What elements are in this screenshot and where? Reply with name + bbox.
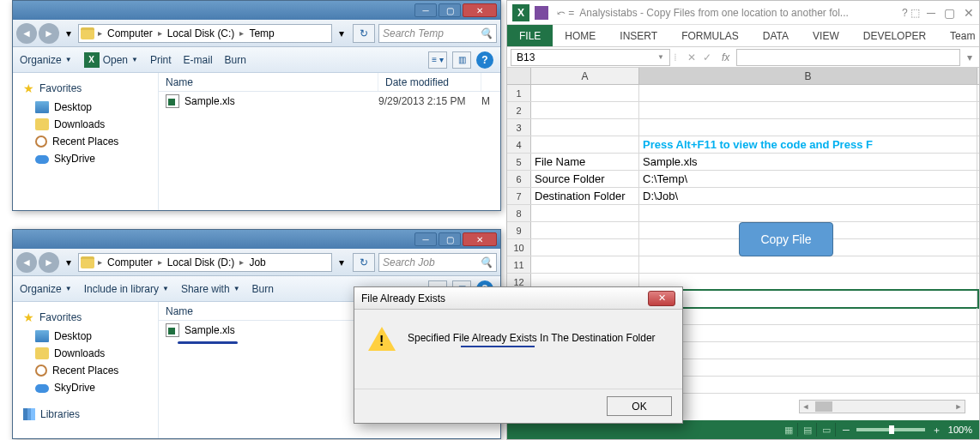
- tab-home[interactable]: HOME: [553, 25, 608, 46]
- burn-button[interactable]: Burn: [252, 283, 274, 295]
- row-header[interactable]: 8: [507, 205, 531, 221]
- cell-a6[interactable]: Source Folder: [531, 171, 639, 187]
- sidebar-recent[interactable]: Recent Places: [16, 133, 154, 150]
- row-header[interactable]: 4: [507, 136, 531, 153]
- row-header[interactable]: 7: [507, 188, 531, 204]
- preview-pane[interactable]: ▥: [452, 51, 471, 69]
- sidebar-recent[interactable]: Recent Places: [16, 362, 154, 379]
- row-header[interactable]: 11: [507, 256, 531, 273]
- address-dropdown[interactable]: ▾: [336, 23, 348, 44]
- tab-formulas[interactable]: FORMULAS: [669, 25, 751, 46]
- row-header[interactable]: 3: [507, 119, 531, 136]
- ok-button[interactable]: OK: [607, 396, 672, 416]
- breadcrumb-item[interactable]: Computer: [104, 26, 156, 41]
- close-button[interactable]: ✕: [964, 6, 974, 20]
- select-all-corner[interactable]: [507, 68, 531, 84]
- burn-button[interactable]: Burn: [225, 54, 246, 66]
- minimize-button[interactable]: ─: [927, 6, 935, 20]
- view-options[interactable]: ≡ ▾: [428, 51, 447, 69]
- address-bar[interactable]: ▸ Computer ▸ Local Disk (D:) ▸ Job: [78, 253, 332, 272]
- libraries-header[interactable]: Libraries: [16, 405, 154, 424]
- open-menu[interactable]: XOpen ▼: [84, 52, 138, 68]
- print-button[interactable]: Print: [150, 54, 172, 66]
- sidebar-skydrive[interactable]: SkyDrive: [16, 379, 154, 396]
- row-header[interactable]: 5: [507, 154, 531, 170]
- cancel-icon[interactable]: ✕: [687, 51, 696, 63]
- minimize-button[interactable]: ─: [414, 3, 437, 17]
- save-icon[interactable]: [535, 6, 548, 20]
- tab-file[interactable]: FILE: [507, 25, 553, 46]
- breadcrumb-item[interactable]: Local Disk (C:): [164, 26, 239, 41]
- col-header-a[interactable]: A: [531, 68, 639, 84]
- search-input[interactable]: Search Temp 🔍: [378, 24, 497, 43]
- row-header[interactable]: 1: [507, 85, 531, 101]
- expand-formula-icon[interactable]: ▾: [964, 51, 976, 63]
- back-button[interactable]: ◄: [16, 252, 37, 273]
- row-header[interactable]: 2: [507, 102, 531, 118]
- back-button[interactable]: ◄: [16, 23, 37, 44]
- formula-input[interactable]: [736, 49, 960, 66]
- enter-icon[interactable]: ✓: [703, 51, 711, 63]
- zoom-level[interactable]: 100%: [948, 425, 972, 435]
- row-header[interactable]: 6: [507, 171, 531, 187]
- sidebar-skydrive[interactable]: SkyDrive: [16, 150, 154, 167]
- file-row[interactable]: Sample.xls 9/29/2013 2:15 PM M: [159, 92, 500, 111]
- instruction-cell[interactable]: Press Alt+F11 to view the code and Press…: [639, 136, 977, 153]
- page-break-view[interactable]: ▭: [817, 423, 836, 437]
- breadcrumb-item[interactable]: Temp: [245, 26, 277, 41]
- organize-menu[interactable]: Organize ▼: [20, 54, 72, 66]
- organize-menu[interactable]: Organize ▼: [20, 283, 72, 295]
- minimize-button[interactable]: ─: [414, 232, 437, 246]
- normal-view[interactable]: ▦: [779, 423, 798, 437]
- history-dropdown[interactable]: ▾: [63, 252, 75, 273]
- cell-a5[interactable]: File Name: [531, 154, 639, 170]
- forward-button[interactable]: ►: [39, 23, 59, 44]
- refresh-button[interactable]: ↻: [353, 253, 375, 272]
- address-dropdown[interactable]: ▾: [336, 252, 348, 273]
- tab-insert[interactable]: INSERT: [608, 25, 669, 46]
- search-input[interactable]: Search Job 🔍: [378, 253, 497, 272]
- include-menu[interactable]: Include in library ▼: [84, 283, 169, 295]
- col-date[interactable]: Date modified: [378, 73, 481, 91]
- tab-data[interactable]: DATA: [751, 25, 801, 46]
- cell-a7[interactable]: Destination Folder: [531, 188, 639, 204]
- breadcrumb-item[interactable]: Local Disk (D:): [164, 255, 239, 270]
- page-layout-view[interactable]: ▤: [798, 423, 817, 437]
- maximize-button[interactable]: ▢: [439, 3, 461, 17]
- close-button[interactable]: ✕: [463, 3, 497, 17]
- cell-b7[interactable]: D:\Job\: [639, 188, 977, 204]
- sidebar-desktop[interactable]: Desktop: [16, 99, 154, 116]
- zoom-out[interactable]: ─: [843, 425, 850, 435]
- share-menu[interactable]: Share with ▼: [181, 283, 240, 295]
- copy-file-button[interactable]: Copy File: [739, 222, 833, 256]
- favorites-header[interactable]: ★ Favorites: [16, 307, 154, 328]
- zoom-slider[interactable]: [856, 428, 925, 431]
- tab-team[interactable]: Team: [938, 25, 980, 46]
- dialog-close-button[interactable]: ✕: [648, 291, 675, 306]
- cell-b5[interactable]: Sample.xls: [639, 154, 977, 170]
- col-name[interactable]: Name: [159, 73, 378, 91]
- restore-button[interactable]: ▢: [944, 6, 955, 20]
- close-button[interactable]: ✕: [463, 232, 497, 246]
- breadcrumb-item[interactable]: Job: [245, 255, 269, 270]
- col-name[interactable]: Name: [159, 302, 378, 320]
- zoom-in[interactable]: ＋: [932, 424, 941, 437]
- name-box[interactable]: B13▼: [511, 49, 670, 66]
- cell-b6[interactable]: C:\Temp\: [639, 171, 977, 187]
- email-button[interactable]: E-mail: [184, 54, 213, 66]
- forward-button[interactable]: ►: [39, 252, 59, 273]
- horizontal-scrollbar[interactable]: ◄►: [799, 400, 965, 413]
- col-header-b[interactable]: B: [639, 68, 977, 84]
- row-header[interactable]: 9: [507, 222, 531, 238]
- row-header[interactable]: 10: [507, 239, 531, 256]
- help-button[interactable]: ?: [476, 51, 493, 69]
- refresh-button[interactable]: ↻: [353, 24, 375, 43]
- tab-developer[interactable]: DEVELOPER: [851, 25, 938, 46]
- sidebar-desktop[interactable]: Desktop: [16, 328, 154, 345]
- sidebar-downloads[interactable]: Downloads: [16, 345, 154, 362]
- history-dropdown[interactable]: ▾: [63, 23, 75, 44]
- tab-view[interactable]: VIEW: [801, 25, 851, 46]
- address-bar[interactable]: ▸ Computer ▸ Local Disk (C:) ▸ Temp: [78, 24, 332, 43]
- favorites-header[interactable]: ★ Favorites: [16, 78, 154, 99]
- breadcrumb-item[interactable]: Computer: [104, 255, 156, 270]
